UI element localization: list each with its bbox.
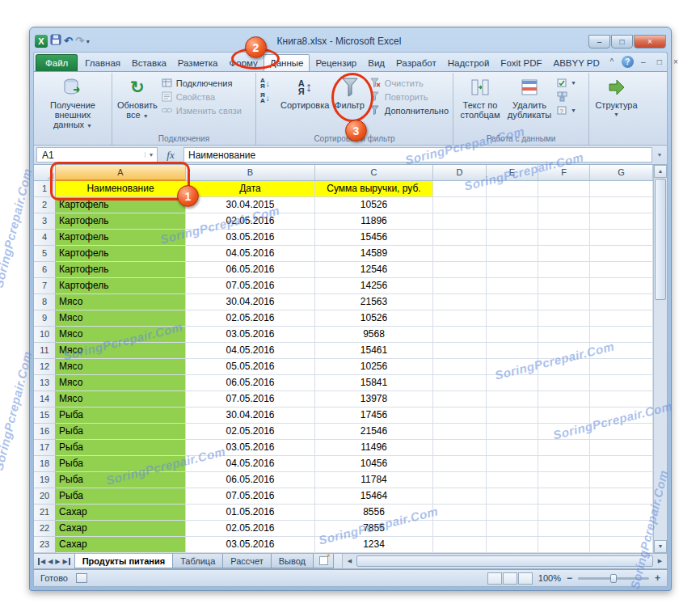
cell-B8[interactable]: 30.04.2016 <box>186 294 315 310</box>
scroll-left-icon[interactable]: ◀ <box>344 558 356 564</box>
cell-B21[interactable]: 01.05.2016 <box>186 505 315 521</box>
page-layout-view-icon[interactable] <box>503 572 517 585</box>
tab-файл[interactable]: Файл <box>36 54 78 71</box>
column-header-C[interactable]: C <box>315 165 433 181</box>
tab-надстрой[interactable]: Надстрой <box>442 55 495 71</box>
reapply-filter-button[interactable]: Повторить <box>369 91 450 102</box>
cell-B17[interactable]: 03.05.2016 <box>186 440 315 456</box>
cell-F8[interactable] <box>538 294 590 310</box>
zoom-slider[interactable] <box>578 577 649 580</box>
row-header-13[interactable]: 13 <box>34 375 56 391</box>
cell-F12[interactable] <box>538 359 590 375</box>
row-header-7[interactable]: 7 <box>34 278 56 294</box>
horizontal-scroll-thumb[interactable] <box>356 555 653 567</box>
row-header-15[interactable]: 15 <box>34 407 56 424</box>
cell-F11[interactable] <box>538 343 590 359</box>
cell-C23[interactable]: 1234 <box>315 537 433 553</box>
filter-button[interactable]: Фильтр <box>331 74 369 133</box>
cell-E7[interactable] <box>487 278 538 294</box>
cell-A6[interactable]: Картофель <box>56 262 186 278</box>
cell-G10[interactable] <box>590 327 653 343</box>
cell-C9[interactable]: 10526 <box>315 310 433 327</box>
cell-C12[interactable]: 10256 <box>315 359 433 375</box>
cell-C1[interactable]: Сумма выручки, руб. <box>315 181 433 197</box>
row-header-17[interactable]: 17 <box>34 440 56 456</box>
cell-F14[interactable] <box>538 391 590 407</box>
cell-E20[interactable] <box>487 488 538 505</box>
cell-E15[interactable] <box>487 407 538 424</box>
cell-B2[interactable]: 30.04.2015 <box>186 197 315 213</box>
cell-A8[interactable]: Мясо <box>56 294 186 310</box>
cell-E9[interactable] <box>487 310 538 327</box>
get-external-data-button[interactable]: Получение внешних данных ▼ <box>36 74 109 133</box>
cell-B22[interactable]: 02.05.2016 <box>186 521 315 537</box>
cell-E4[interactable] <box>487 230 538 246</box>
cell-C4[interactable]: 15456 <box>315 230 433 246</box>
cell-D19[interactable] <box>433 472 487 488</box>
cell-B19[interactable]: 06.05.2016 <box>186 472 315 488</box>
vertical-scroll-thumb[interactable] <box>655 179 666 300</box>
cell-D16[interactable] <box>433 424 487 440</box>
cell-B15[interactable]: 30.04.2016 <box>186 407 315 424</box>
scroll-right-icon[interactable]: ▶ <box>654 558 666 564</box>
cell-D11[interactable] <box>433 343 487 359</box>
cell-D18[interactable] <box>433 456 487 472</box>
cell-C8[interactable]: 21563 <box>315 294 433 310</box>
row-header-1[interactable]: 1 <box>34 181 56 197</box>
cell-C7[interactable]: 14256 <box>315 278 433 294</box>
cell-E10[interactable] <box>487 327 538 343</box>
cell-A12[interactable]: Мясо <box>56 359 186 375</box>
cell-E16[interactable] <box>487 424 538 440</box>
row-header-6[interactable]: 6 <box>34 262 56 278</box>
cell-A7[interactable]: Картофель <box>56 278 186 294</box>
cell-A4[interactable]: Картофель <box>56 230 186 246</box>
remove-duplicates-button[interactable]: Удалить дубликаты <box>504 74 555 133</box>
cell-F9[interactable] <box>538 310 590 327</box>
cell-B6[interactable]: 06.05.2016 <box>186 262 315 278</box>
row-header-14[interactable]: 14 <box>34 391 56 407</box>
cell-A3[interactable]: Картофель <box>56 213 186 230</box>
tab-главная[interactable]: Главная <box>79 55 126 71</box>
cell-B14[interactable]: 07.05.2016 <box>186 391 315 407</box>
cell-E21[interactable] <box>487 505 538 521</box>
cell-B11[interactable]: 04.05.2016 <box>186 343 315 359</box>
cell-E1[interactable] <box>487 181 538 197</box>
cell-B23[interactable]: 03.05.2016 <box>186 537 315 553</box>
cell-A21[interactable]: Сахар <box>56 505 186 521</box>
sheet-tab-вывод[interactable]: Вывод <box>271 554 314 568</box>
horizontal-scrollbar[interactable]: ◀ ▶ <box>342 554 667 568</box>
tab-abbyy-pd[interactable]: ABBYY PD <box>547 55 605 71</box>
row-header-10[interactable]: 10 <box>34 327 56 343</box>
help-icon[interactable]: ? <box>622 56 634 68</box>
formula-input[interactable]: Наименование <box>183 147 652 163</box>
cell-B18[interactable]: 04.05.2016 <box>186 456 315 472</box>
select-all-corner[interactable] <box>34 165 56 181</box>
cell-D6[interactable] <box>433 262 487 278</box>
cell-G17[interactable] <box>590 440 653 456</box>
cell-A19[interactable]: Рыба <box>56 472 186 488</box>
minimize-ribbon-icon[interactable]: ^ <box>605 57 618 66</box>
cell-C19[interactable]: 11784 <box>315 472 433 488</box>
cell-B4[interactable]: 03.05.2016 <box>186 230 315 246</box>
row-header-11[interactable]: 11 <box>34 343 56 359</box>
cell-F3[interactable] <box>538 213 590 230</box>
row-header-19[interactable]: 19 <box>34 472 56 488</box>
column-header-F[interactable]: F <box>538 165 590 181</box>
cell-F6[interactable] <box>538 262 590 278</box>
cell-D12[interactable] <box>433 359 487 375</box>
row-header-9[interactable]: 9 <box>34 310 56 327</box>
cell-C21[interactable]: 8556 <box>315 505 433 521</box>
cell-C20[interactable]: 15464 <box>315 488 433 505</box>
tab-форму[interactable]: Форму <box>224 55 264 71</box>
cell-A16[interactable]: Рыба <box>56 424 186 440</box>
cell-A1[interactable]: Наименование <box>56 181 186 197</box>
zoom-slider-thumb[interactable] <box>610 574 617 583</box>
cell-G3[interactable] <box>590 213 653 230</box>
edit-links-button[interactable]: Изменить связи <box>160 105 243 116</box>
cell-G22[interactable] <box>590 521 653 537</box>
cell-E22[interactable] <box>487 521 538 537</box>
row-header-20[interactable]: 20 <box>34 488 56 505</box>
column-header-D[interactable]: D <box>433 165 487 181</box>
cell-G12[interactable] <box>590 359 653 375</box>
cell-E8[interactable] <box>487 294 538 310</box>
